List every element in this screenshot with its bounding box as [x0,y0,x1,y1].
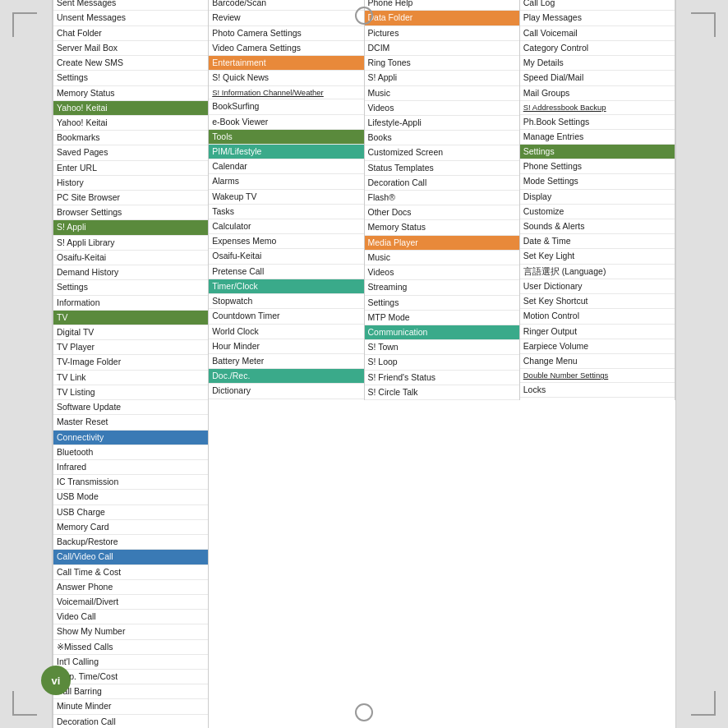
menu-item: PIM/Lifestyle [209,145,363,159]
menu-column-2: Familink RemoteReservation ListSettingsC… [209,0,364,400]
menu-item: Memory Card [53,520,208,535]
menu-item: ※Missed Calls [53,640,208,655]
menu-item: S! Loop [365,355,519,370]
menu-item: Customize [520,205,675,219]
menu-item: Music [365,251,519,265]
menu-item: Create New SMS [53,56,208,71]
menu-item: S! Addressbook Backup [520,101,675,115]
menu-item: Connectivity [53,431,208,445]
menu-item: My Details [520,56,675,71]
menu-item: IC Transmission [53,475,208,490]
menu-item: Call Voicemail [520,26,675,41]
menu-item: Flash® [365,191,519,205]
menu-item: Communication [365,325,519,340]
menu-item: Voicemail/Divert [53,595,208,610]
menu-item: Streaming [365,280,519,295]
menu-item: Data Folder [365,11,519,25]
menu-item: Call/Video Call [53,550,208,564]
menu-item: Settings [53,280,208,295]
menu-item: MTP Mode [365,311,519,325]
menu-item: History [53,176,208,191]
menu-item: Category Control [520,41,675,56]
corner-tl [12,12,37,37]
menu-item: Hour Minder [209,339,363,354]
menu-item: S! Appli [365,71,519,85]
menu-item: Stopwatch [209,294,363,309]
menu-item: S! Circle Talk [365,385,519,400]
menu-item: Call Barring [53,684,208,699]
menu-item: Enter URL [53,161,208,176]
menu-item: DCIM [365,41,519,56]
menu-item: Ring Tones [365,56,519,71]
menu-item: Videos [365,101,519,116]
menu-item: Call Log [520,0,675,11]
menu-item: Date & Time [520,234,675,249]
menu-item: Server Mail Box [53,41,208,56]
menu-item: Earpiece Volume [520,339,675,354]
menu-item: S! Appli Library [53,236,208,251]
page-number: vi [41,666,71,695]
menu-item: Browser Settings [53,205,208,220]
menu-item: PC Site Browser [53,191,208,205]
menu-item: Answer Phone [53,580,208,595]
menu-item: Photo Camera Settings [209,26,363,41]
menu-item: Video Camera Settings [209,41,363,56]
menu-item: Tasks [209,205,363,219]
circle-bottom [355,703,373,721]
menu-item: S! Information Channel/Weather [209,86,363,100]
menu-column-3: SearchDocument ViewerNotepadScratch PadV… [365,0,520,400]
menu-item: Music [365,86,519,101]
menu-item: Calculator [209,219,363,234]
menu-item: USB Charge [53,505,208,520]
menu-item: Pretense Call [209,265,363,279]
menu-item: Review [209,11,363,25]
menu-item: Mail Groups [520,86,675,101]
menu-item: Memory Status [53,86,208,101]
menu-item: Sounds & Alerts [520,219,675,234]
menu-item: Phone Help [365,0,519,11]
menu-item: Motion Control [520,309,675,324]
menu-item: 言語選択 (Language) [520,265,675,279]
menu-item: USB Mode [53,490,208,505]
menu-item: Customized Screen [365,145,519,160]
menu-column-4: Near chatBlog ToolPhonePhone BookAdd New… [520,0,675,400]
menu-item: Pictures [365,26,519,41]
menu-item: Lifestyle-Appli [365,116,519,131]
menu-item: Set Key Light [520,249,675,264]
page: Before Using Handset Menu List Messaging… [0,0,728,728]
menu-item: S! Appli [53,220,208,235]
menu-item: Expenses Memo [209,234,363,249]
menu-item: Settings [365,296,519,311]
corner-tr [691,12,716,37]
menu-item: Other Docs [365,205,519,220]
menu-item: Disp. Time/Cost [53,670,208,684]
menu-item: Yahoo! Keitai [53,101,208,116]
menu-item: Osaifu-Keitai [209,249,363,264]
menu-item: Chat Folder [53,26,208,41]
menu-item: Settings [520,145,675,159]
menu-item: TV-Image Folder [53,355,208,370]
menu-item: Saved Pages [53,145,208,160]
menu-column-5: Software UpdateMaster ResetConnectivityB… [53,400,209,728]
menu-item: Videos [365,265,519,280]
menu-item: Entertainment [209,56,363,71]
menu-item: Status Templates [365,161,519,176]
menu-item: e-Book Viewer [209,115,363,130]
menu-item: Change Menu [520,354,675,369]
menu-item: Doc./Rec. [209,369,363,384]
menu-item: Bookmarks [53,131,208,145]
menu-item: Demand History [53,265,208,280]
menu-item: Set Key Shortcut [520,294,675,309]
menu-item: TV Link [53,371,208,385]
menu-item: BookSurfing [209,99,363,114]
menu-item: S! Quick News [209,71,363,85]
menu-item: Mode Settings [520,174,675,189]
menu-item: Video Call [53,610,208,624]
menu-item: Speed Dial/Mail [520,71,675,85]
menu-item: Manage Entries [520,130,675,145]
menu-item: Sent Messages [53,0,208,11]
menu-item: TV Player [53,340,208,355]
menu-item: Minute Minder [53,699,208,714]
menu-item: Double Number Settings [520,369,675,383]
menu-item: Ph.Book Settings [520,115,675,130]
